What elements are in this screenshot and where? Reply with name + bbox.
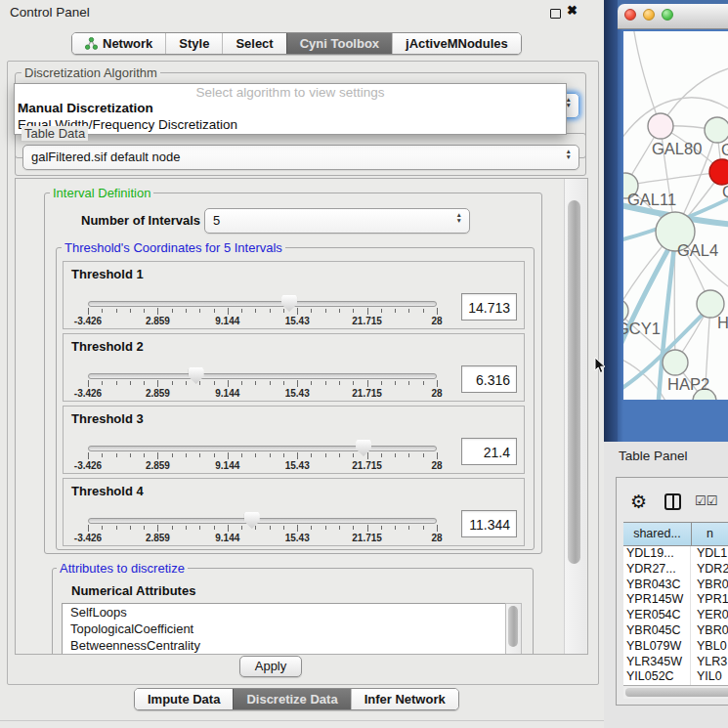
table-panel-body: ⚙ ☑☑ shared... n YDL19...YDL1YDR27...YDR… [616, 477, 728, 706]
table-data-group-label: Table Data [21, 126, 88, 141]
table-data-value: galFiltered.sif default node [31, 150, 180, 164]
tick-mark [437, 452, 438, 459]
combo-arrows-icon: ▲▼ [566, 149, 572, 159]
tick-label: 15.43 [285, 316, 310, 326]
tick-mark [325, 453, 326, 457]
tick-mark [228, 525, 229, 532]
table-row[interactable]: YBL079WYBL0 [623, 639, 728, 655]
tab-select[interactable]: Select [222, 33, 285, 54]
vertical-scrollbar[interactable] [564, 179, 586, 654]
tab-impute-data[interactable]: Impute Data [135, 689, 233, 709]
table-data-combobox[interactable]: galFiltered.sif default node ▲▼ [22, 145, 579, 170]
table-row[interactable]: YBR043CYBR0 [623, 578, 728, 593]
gear-icon[interactable]: ⚙ [630, 492, 647, 511]
discretization-algorithm-group-label: Discretization Algorithm [21, 65, 160, 80]
tick-mark [283, 526, 284, 530]
threshold-1-panel: Threshold 1 -3.4262.8599.14415.4321.7152… [63, 261, 525, 329]
close-icon[interactable]: ✖ [567, 3, 578, 18]
algorithm-option[interactable]: Equal Width/Frequency Discretization [15, 117, 566, 134]
node-table[interactable]: shared... n YDL19...YDL1YDR27...YDR2YBR0… [623, 522, 728, 686]
tick-mark [325, 526, 326, 530]
tick-mark [186, 381, 187, 385]
threshold-4-value-field[interactable]: 11.344 [461, 510, 517, 537]
threshold-3-value-field[interactable]: 21.4 [461, 438, 517, 465]
tick-mark [381, 381, 382, 385]
network-window-titlebar[interactable] [618, 4, 728, 29]
panel-divider [0, 720, 604, 721]
scrollbar-thumb[interactable] [508, 606, 518, 647]
minimize-traffic-light[interactable] [643, 9, 655, 21]
node-hap2[interactable] [663, 350, 688, 375]
tab-style[interactable]: Style [165, 33, 222, 54]
horizontal-scrollbar[interactable] [623, 685, 728, 699]
select-columns-icon[interactable]: ☑☑ [695, 493, 717, 508]
table-cell: YBL0 [691, 639, 728, 655]
tick-mark [241, 381, 242, 385]
table-row[interactable]: YPR145WYPR1 [623, 592, 728, 608]
attribute-item[interactable]: TopologicalCoefficient [63, 621, 505, 637]
table-row[interactable]: YER054CYER0 [623, 608, 728, 623]
tick-mark [339, 453, 340, 457]
scrollbar-thumb[interactable] [625, 688, 728, 697]
tick-mark [395, 309, 396, 313]
table-row[interactable]: YBR045CYBR0 [623, 623, 728, 639]
tick-label: 2.859 [146, 460, 170, 471]
tick-mark [241, 526, 242, 530]
tick-mark [367, 380, 368, 387]
node-top-right[interactable] [705, 117, 728, 143]
tick-mark [157, 308, 158, 315]
zoom-traffic-light[interactable] [662, 9, 673, 21]
attribute-item[interactable]: SelfLoops [63, 604, 505, 621]
tick-label: 21.715 [352, 460, 382, 471]
threshold-2-value-field[interactable]: 6.316 [461, 365, 517, 393]
attributes-list-scrollbar[interactable] [505, 603, 522, 655]
tick-label: -3.426 [74, 388, 102, 399]
network-canvas[interactable]: GAL80 G. C GAL11 GAL4 GCY1 H HAP2 [623, 31, 728, 400]
attribute-item[interactable]: BetweennessCentrality [63, 637, 505, 654]
right-region: GAL80 G. C GAL11 GAL4 GCY1 H HAP2 Table … [604, 0, 728, 728]
tick-mark [144, 526, 145, 530]
number-of-intervals-combobox[interactable]: 5 ▲▼ [204, 208, 470, 234]
table-cell: YPR145W [623, 592, 691, 608]
float-window-icon[interactable] [550, 9, 561, 19]
close-traffic-light[interactable] [624, 9, 636, 21]
tick-mark [311, 453, 312, 457]
combo-arrows-icon: ▲▼ [456, 212, 462, 223]
node-label-partial-g: G. [721, 141, 728, 158]
tab-infer-network[interactable]: Infer Network [351, 689, 458, 709]
tick-mark [186, 453, 187, 457]
scrollbar-thumb[interactable] [568, 200, 580, 564]
tick-mark [408, 453, 409, 457]
slider-tick-labels: -3.4262.8599.14415.4321.71528 [88, 533, 437, 542]
tick-mark [325, 381, 326, 385]
algorithm-option[interactable]: Manual Discretization [15, 101, 566, 117]
tick-mark [157, 380, 158, 387]
numerical-attributes-list[interactable]: SelfLoopsTopologicalCoefficientBetweenne… [62, 603, 506, 655]
tick-mark [339, 526, 340, 530]
tick-mark [130, 526, 131, 530]
slider-tick-labels: -3.4262.8599.14415.4321.71528 [88, 460, 437, 470]
table-row[interactable]: YDR27...YDR2 [623, 562, 728, 578]
tick-mark [353, 526, 354, 530]
column-header-name[interactable]: n [692, 523, 728, 545]
apply-button[interactable]: Apply [239, 656, 302, 677]
table-row[interactable]: YLR345WYLR3 [623, 655, 728, 670]
tab-cyni-toolbox[interactable]: Cyni Toolbox [286, 33, 392, 54]
tick-mark [437, 308, 438, 315]
tick-mark [241, 309, 242, 313]
tick-mark [283, 453, 284, 457]
node-selected-red[interactable] [709, 159, 728, 185]
table-row[interactable]: YDL19...YDL1 [623, 546, 728, 562]
tick-label: 2.859 [146, 316, 170, 326]
tab-discretize-data[interactable]: Discretize Data [233, 689, 350, 709]
tab-network[interactable]: Network [72, 33, 165, 54]
tick-mark [172, 453, 173, 457]
columns-icon[interactable] [664, 493, 681, 510]
threshold-1-value-field[interactable]: 14.713 [461, 293, 517, 321]
table-row[interactable]: YIL052CYIL0 [623, 669, 728, 685]
node-gal80[interactable] [648, 113, 673, 139]
tick-label: -3.426 [74, 316, 102, 326]
tab-jactivemnodules[interactable]: jActiveMNodules [392, 33, 521, 54]
column-header-shared-name[interactable]: shared... [623, 523, 692, 545]
tick-mark [116, 309, 117, 313]
